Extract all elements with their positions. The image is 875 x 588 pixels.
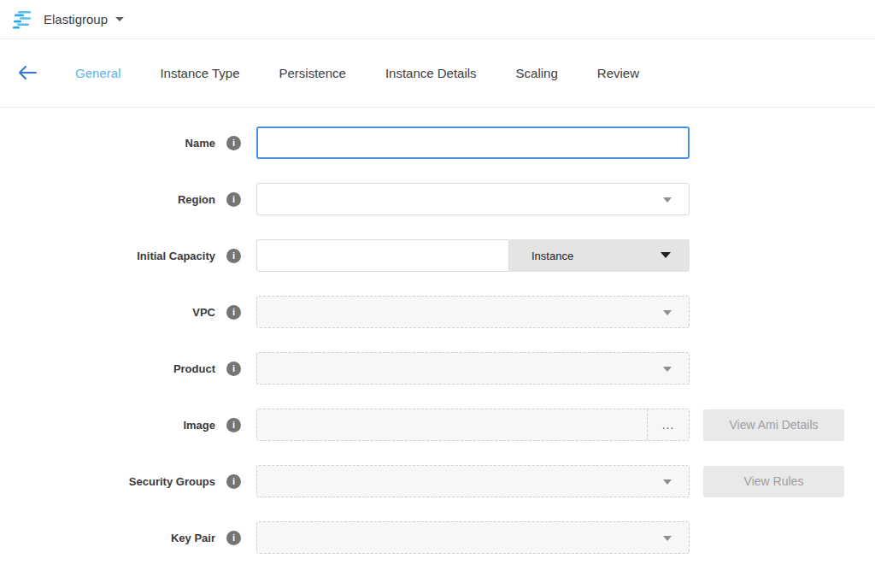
general-form: Name i Region i Initial Capacity i <box>0 108 875 554</box>
name-input[interactable] <box>256 126 690 159</box>
wizard-tabs: General Instance Type Persistence Instan… <box>75 66 639 80</box>
name-label: Name <box>185 137 215 150</box>
tab-scaling[interactable]: Scaling <box>516 66 558 80</box>
chevron-down-icon <box>663 367 672 372</box>
capacity-unit-value: Instance <box>531 250 573 262</box>
tab-general[interactable]: General <box>75 66 120 80</box>
form-row-image: Image i ... View Ami Details <box>0 409 875 441</box>
image-browse-button[interactable]: ... <box>647 409 689 440</box>
vpc-label: VPC <box>192 306 215 319</box>
chevron-down-icon <box>663 479 672 485</box>
tab-instance-type[interactable]: Instance Type <box>160 66 239 80</box>
app-switcher[interactable]: Elastigroup <box>12 10 124 29</box>
product-select <box>256 352 690 385</box>
back-button[interactable] <box>17 63 39 82</box>
chevron-down-icon <box>663 310 672 315</box>
image-label: Image <box>183 419 215 432</box>
form-row-security-groups: Security Groups i View Rules <box>0 465 875 497</box>
top-header: Elastigroup <box>0 0 875 39</box>
view-rules-button[interactable]: View Rules <box>703 466 844 497</box>
form-row-name: Name i <box>0 126 875 159</box>
region-label: Region <box>178 193 215 206</box>
wizard-tabbar: General Instance Type Persistence Instan… <box>0 39 875 108</box>
chevron-down-icon <box>661 252 671 258</box>
chevron-down-icon <box>115 17 124 21</box>
chevron-down-icon <box>663 536 672 541</box>
info-icon[interactable]: i <box>226 531 241 545</box>
app-name: Elastigroup <box>44 12 108 26</box>
form-row-vpc: VPC i <box>0 296 875 328</box>
image-input: ... <box>256 409 690 441</box>
info-icon[interactable]: i <box>226 474 241 489</box>
security-groups-select <box>256 465 690 497</box>
elastigroup-logo-icon <box>12 10 34 29</box>
form-row-initial-capacity: Initial Capacity i Instance <box>0 239 875 272</box>
capacity-unit-select[interactable]: Instance <box>509 239 690 272</box>
form-row-product: Product i <box>0 352 875 385</box>
back-arrow-icon <box>17 65 38 80</box>
form-row-key-pair: Key Pair i <box>0 521 875 554</box>
form-row-region: Region i <box>0 183 875 215</box>
info-icon[interactable]: i <box>226 192 241 207</box>
tab-persistence[interactable]: Persistence <box>279 66 346 80</box>
view-ami-details-button[interactable]: View Ami Details <box>703 409 844 441</box>
security-groups-label: Security Groups <box>129 475 215 488</box>
tab-instance-details[interactable]: Instance Details <box>385 66 477 80</box>
image-value <box>257 409 647 440</box>
info-icon[interactable]: i <box>226 136 241 150</box>
initial-capacity-label: Initial Capacity <box>137 250 215 262</box>
vpc-select <box>256 296 690 328</box>
chevron-down-icon <box>663 197 672 203</box>
key-pair-select <box>256 521 690 554</box>
info-icon[interactable]: i <box>226 362 241 376</box>
product-label: Product <box>173 362 215 375</box>
key-pair-label: Key Pair <box>171 532 215 544</box>
region-select[interactable] <box>256 183 690 215</box>
info-icon[interactable]: i <box>226 305 241 320</box>
info-icon[interactable]: i <box>226 418 241 432</box>
info-icon[interactable]: i <box>226 249 241 263</box>
tab-review[interactable]: Review <box>597 66 639 80</box>
initial-capacity-input[interactable] <box>256 239 509 272</box>
